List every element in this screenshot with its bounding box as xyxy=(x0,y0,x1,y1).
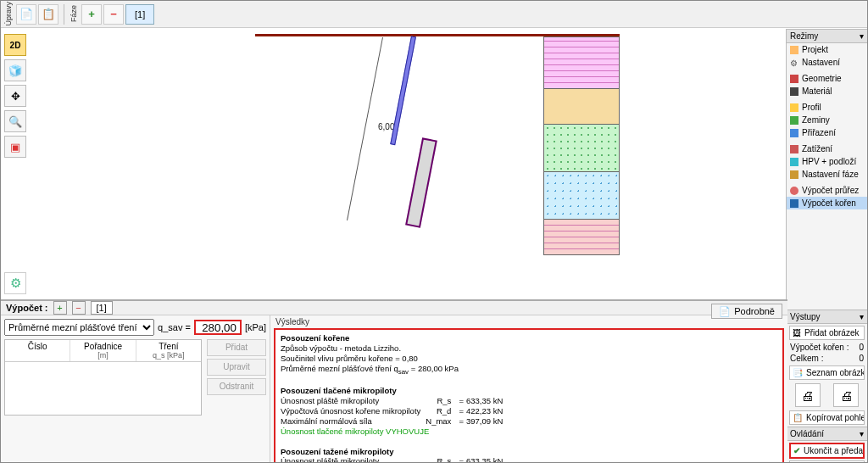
output-count-celkem: Celkem :0 xyxy=(787,353,867,364)
q-unit: [kPa] xyxy=(245,322,266,332)
calc-remove-button[interactable]: − xyxy=(72,301,86,315)
drawing-viewport: 2D 🧊 ✥ 🔍 ▣ ⚙ 6,00 xyxy=(1,29,787,299)
mode-vypocet-prurez[interactable]: Výpočet průřez xyxy=(787,184,867,197)
micropile-shaft xyxy=(390,36,416,145)
bottom-header-label: Výpočet : xyxy=(6,303,48,313)
finish-and-pass-button[interactable]: ✔ Ukončit a předat xyxy=(789,443,865,459)
copy-icon: 📋 xyxy=(793,413,803,422)
mode-geometrie[interactable]: Geometrie xyxy=(787,72,867,85)
mode-zeminy[interactable]: Zeminy xyxy=(787,114,867,126)
toolbar-btn-1[interactable]: 📄 xyxy=(16,4,36,25)
view-toolbar: 2D 🧊 ✥ 🔍 ▣ xyxy=(4,34,26,158)
mode-nastaveni[interactable]: ⚙Nastavení xyxy=(787,56,867,69)
mode-projekt[interactable]: Projekt xyxy=(787,43,867,56)
soil-layer-3 xyxy=(543,125,620,172)
section-regimy: Režimy▾ xyxy=(787,29,867,43)
view-2d-button[interactable]: 2D xyxy=(4,34,26,56)
bottom-header: Výpočet : + − [1] xyxy=(1,301,787,315)
mode-nastaveni-faze[interactable]: Nastavení fáze xyxy=(787,168,867,181)
phase-tab-1[interactable]: [1] xyxy=(125,4,154,25)
check-icon: ✔ xyxy=(793,446,800,455)
copy-view-button[interactable]: 📋 Kopírovat pohled xyxy=(789,410,865,425)
friction-mode-select[interactable]: Průměrné mezní plášťové tření xyxy=(4,319,154,336)
results-title: Výsledky xyxy=(270,315,787,328)
mode-prirazeni[interactable]: Přiřazení xyxy=(787,126,867,139)
settings-gear-button[interactable]: ⚙ xyxy=(4,272,26,294)
row-add-button[interactable]: Přidat xyxy=(207,339,266,356)
list-icon: 📑 xyxy=(793,368,803,377)
calc-add-button[interactable]: + xyxy=(53,301,67,315)
soil-layer-5 xyxy=(543,220,620,255)
extents-button[interactable]: ▣ xyxy=(4,136,26,158)
vlabel-upravy: Úpravy xyxy=(4,0,13,28)
detail-button[interactable]: 📄 Podrobně xyxy=(711,304,782,319)
vlabel-faze: Fáze xyxy=(70,3,78,24)
calc-tab-1[interactable]: [1] xyxy=(91,301,113,315)
print-button-2[interactable]: 🖨 xyxy=(833,383,859,407)
zoom-tool-button[interactable]: 🔍 xyxy=(4,110,26,132)
mode-hpv[interactable]: HPV + podloží xyxy=(787,155,867,168)
friction-table[interactable]: Číslo Pořadnice[m] Třeníq_s [kPa] xyxy=(4,339,202,416)
section-ovladani: Ovládání▾ xyxy=(787,427,867,441)
phase-add-button[interactable]: + xyxy=(81,4,102,25)
top-toolbar: Úpravy 📄 📋 Fáze + − [1] xyxy=(1,1,867,28)
add-image-button[interactable]: 🖼 Přidat obrázek xyxy=(789,326,865,340)
print-button-1[interactable]: 🖨 xyxy=(795,383,821,407)
mode-material[interactable]: Materiál xyxy=(787,85,867,98)
view-3d-button[interactable]: 🧊 xyxy=(4,59,26,81)
add-image-icon: 🖼 xyxy=(793,328,801,337)
q-value-input[interactable] xyxy=(194,320,242,335)
mode-profil[interactable]: Profil xyxy=(787,101,867,114)
input-panel: Průměrné mezní plášťové tření q_sav = [k… xyxy=(1,315,270,463)
detail-icon: 📄 xyxy=(719,306,731,317)
phase-remove-button[interactable]: − xyxy=(103,4,124,25)
soil-layer-1 xyxy=(543,36,620,89)
mode-vypocet-koren[interactable]: Výpočet kořen xyxy=(787,197,867,209)
soil-column xyxy=(543,36,620,255)
row-delete-button[interactable]: Odstranit xyxy=(207,378,266,395)
canvas[interactable]: 6,00 xyxy=(35,29,781,299)
soil-layer-2 xyxy=(543,89,620,125)
image-list-button[interactable]: 📑 Seznam obrázků xyxy=(789,365,865,380)
toolbar-btn-2[interactable]: 📋 xyxy=(38,4,58,25)
section-vystupy: Výstupy▾ xyxy=(787,310,867,324)
mode-zatizeni[interactable]: Zatížení xyxy=(787,142,867,155)
micropile-root xyxy=(405,137,437,228)
right-panel: Režimy▾ Projekt ⚙Nastavení Geometrie Mat… xyxy=(786,29,867,463)
soil-layer-4 xyxy=(543,172,620,220)
results-box: Posouzení kořene Způsob výpočtu - metoda… xyxy=(274,328,784,463)
output-count-vypocet: Výpočet kořen :0 xyxy=(787,342,867,353)
pan-tool-button[interactable]: ✥ xyxy=(4,85,26,107)
bottom-panel: Výpočet : + − [1] 📄 Podrobně Průměrné me… xyxy=(1,299,787,463)
q-symbol: q_sav = xyxy=(158,322,191,332)
row-edit-button[interactable]: Upravit xyxy=(207,359,266,376)
